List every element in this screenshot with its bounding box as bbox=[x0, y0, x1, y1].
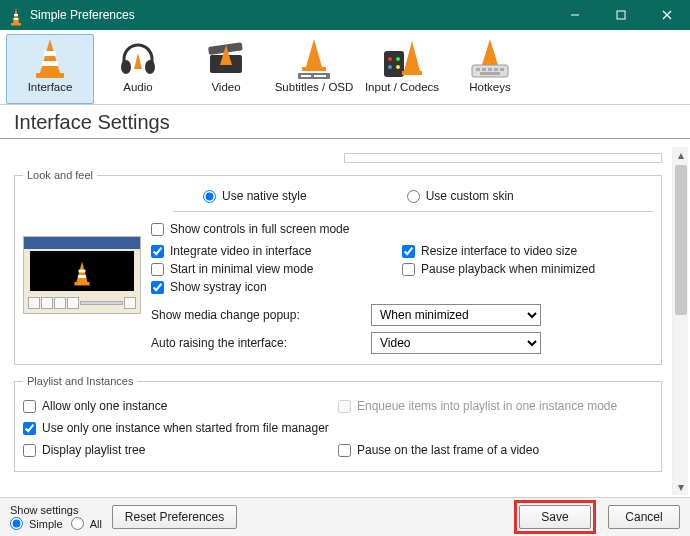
tab-interface[interactable]: Interface bbox=[6, 34, 94, 104]
scroll-up-icon[interactable]: ▴ bbox=[673, 147, 689, 163]
svg-rect-3 bbox=[14, 18, 19, 20]
svg-rect-32 bbox=[476, 68, 480, 71]
svg-rect-33 bbox=[482, 68, 486, 71]
show-settings-label: Show settings bbox=[10, 504, 102, 516]
title-bar: Simple Preferences bbox=[0, 0, 690, 30]
clapperboard-icon bbox=[202, 39, 250, 79]
svg-rect-35 bbox=[494, 68, 498, 71]
checkbox-start-minimal[interactable]: Start in minimal view mode bbox=[151, 262, 402, 276]
tab-video[interactable]: Video bbox=[182, 34, 270, 104]
window-title: Simple Preferences bbox=[30, 8, 135, 22]
select-auto-raise[interactable]: Video bbox=[371, 332, 541, 354]
checkbox-show-fullscreen-controls[interactable]: Show controls in full screen mode bbox=[151, 222, 653, 236]
tab-label: Audio bbox=[123, 81, 152, 93]
checkbox-one-instance[interactable]: Allow only one instance bbox=[23, 399, 338, 413]
checkbox-pause-last-frame[interactable]: Pause on the last frame of a video bbox=[338, 443, 653, 457]
reset-preferences-button[interactable]: Reset Preferences bbox=[112, 505, 237, 529]
svg-rect-41 bbox=[78, 275, 86, 278]
checkbox-show-systray[interactable]: Show systray icon bbox=[151, 280, 402, 294]
svg-rect-22 bbox=[314, 75, 326, 77]
radio-show-all[interactable]: All bbox=[71, 517, 102, 530]
svg-point-24 bbox=[388, 57, 392, 61]
radio-label: Use custom skin bbox=[426, 189, 514, 203]
radio-show-simple[interactable]: Simple bbox=[10, 517, 63, 530]
radio-input[interactable] bbox=[10, 517, 23, 530]
checkbox-label: Show systray icon bbox=[170, 280, 267, 294]
checkbox-input[interactable] bbox=[151, 245, 164, 258]
svg-rect-1 bbox=[11, 23, 21, 26]
checkbox-input[interactable] bbox=[151, 281, 164, 294]
button-label: Save bbox=[541, 510, 568, 524]
group-playlist-instances: Playlist and Instances Allow only one in… bbox=[14, 375, 662, 472]
checkbox-integrate-video[interactable]: Integrate video in interface bbox=[151, 244, 402, 258]
svg-rect-19 bbox=[302, 67, 326, 71]
checkbox-label: Pause playback when minimized bbox=[421, 262, 595, 276]
radio-custom-skin[interactable]: Use custom skin bbox=[407, 189, 514, 203]
svg-rect-36 bbox=[500, 68, 504, 71]
tab-label: Hotkeys bbox=[469, 81, 511, 93]
bottom-bar: Show settings Simple All Reset Preferenc… bbox=[0, 498, 690, 536]
checkbox-label: Start in minimal view mode bbox=[170, 262, 313, 276]
checkbox-one-instance-file-manager[interactable]: Use only one instance when started from … bbox=[23, 421, 653, 435]
button-label: Cancel bbox=[625, 510, 662, 524]
svg-point-13 bbox=[145, 60, 155, 74]
tab-hotkeys[interactable]: Hotkeys bbox=[446, 34, 534, 104]
radio-label: Simple bbox=[29, 518, 63, 530]
radio-label: All bbox=[90, 518, 102, 530]
checkbox-input[interactable] bbox=[23, 400, 36, 413]
checkbox-label: Allow only one instance bbox=[42, 399, 167, 413]
checkbox-display-playlist-tree[interactable]: Display playlist tree bbox=[23, 443, 338, 457]
keyboard-icon bbox=[466, 39, 514, 79]
svg-point-25 bbox=[396, 57, 400, 61]
select-media-change-popup[interactable]: When minimized bbox=[371, 304, 541, 326]
tab-codecs[interactable]: Input / Codecs bbox=[358, 34, 446, 104]
radio-input[interactable] bbox=[71, 517, 84, 530]
cancel-button[interactable]: Cancel bbox=[608, 505, 680, 529]
svg-rect-37 bbox=[480, 72, 500, 75]
tab-label: Subtitles / OSD bbox=[275, 81, 354, 93]
tab-audio[interactable]: Audio bbox=[94, 34, 182, 104]
checkbox-label: Show controls in full screen mode bbox=[170, 222, 349, 236]
minimize-button[interactable] bbox=[552, 0, 598, 30]
svg-rect-40 bbox=[79, 270, 86, 273]
save-button[interactable]: Save bbox=[519, 505, 591, 529]
checkbox-label: Enqueue items into playlist in one insta… bbox=[357, 399, 617, 413]
tab-subtitles[interactable]: Subtitles / OSD bbox=[270, 34, 358, 104]
checkbox-input[interactable] bbox=[151, 263, 164, 276]
radio-label: Use native style bbox=[222, 189, 307, 203]
checkbox-input[interactable] bbox=[151, 223, 164, 236]
checkbox-input[interactable] bbox=[23, 422, 36, 435]
radio-native-style[interactable]: Use native style bbox=[203, 189, 307, 203]
group-legend: Look and feel bbox=[23, 169, 97, 181]
svg-rect-11 bbox=[42, 61, 58, 66]
label-media-change-popup: Show media change popup: bbox=[151, 308, 371, 322]
checkbox-label: Display playlist tree bbox=[42, 443, 145, 457]
svg-rect-29 bbox=[402, 71, 422, 75]
checkbox-input[interactable] bbox=[23, 444, 36, 457]
close-button[interactable] bbox=[644, 0, 690, 30]
scroll-down-icon[interactable]: ▾ bbox=[673, 479, 689, 495]
tab-label: Input / Codecs bbox=[365, 81, 439, 93]
radio-native-style-input[interactable] bbox=[203, 190, 216, 203]
button-label: Reset Preferences bbox=[125, 510, 224, 524]
group-look-and-feel: Look and feel Use native style Use custo… bbox=[14, 169, 662, 365]
show-settings-group: Show settings Simple All bbox=[10, 504, 102, 530]
checkbox-input[interactable] bbox=[402, 245, 415, 258]
checkbox-input[interactable] bbox=[338, 444, 351, 457]
svg-rect-34 bbox=[488, 68, 492, 71]
checkbox-resize-to-video[interactable]: Resize interface to video size bbox=[402, 244, 653, 258]
main-panel: Interface Settings Look and feel Use nat… bbox=[0, 105, 690, 498]
checkbox-pause-minimized[interactable]: Pause playback when minimized bbox=[402, 262, 653, 276]
codecs-icon bbox=[378, 39, 426, 79]
group-legend: Playlist and Instances bbox=[23, 375, 137, 387]
svg-point-26 bbox=[388, 65, 392, 69]
headphones-icon bbox=[114, 39, 162, 79]
vertical-scrollbar[interactable]: ▴ ▾ bbox=[672, 147, 688, 495]
scrollbar-thumb[interactable] bbox=[675, 165, 687, 315]
subtitles-icon bbox=[290, 39, 338, 79]
maximize-button[interactable] bbox=[598, 0, 644, 30]
svg-rect-21 bbox=[301, 75, 311, 77]
checkbox-input bbox=[338, 400, 351, 413]
radio-custom-skin-input[interactable] bbox=[407, 190, 420, 203]
checkbox-input[interactable] bbox=[402, 263, 415, 276]
